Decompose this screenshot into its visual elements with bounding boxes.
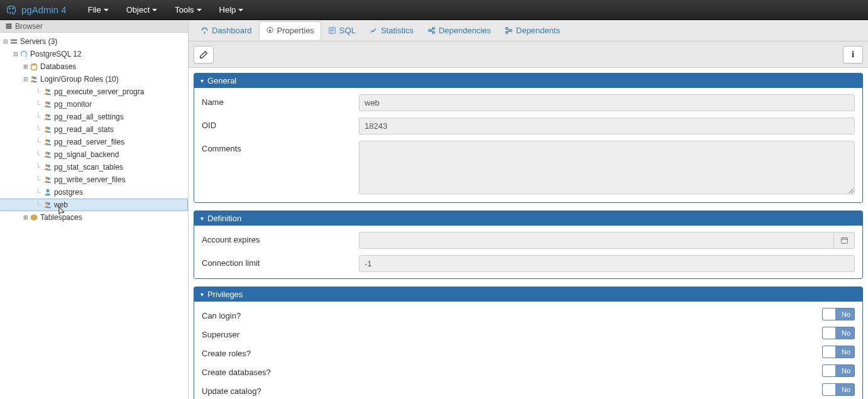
tab-dependents[interactable]: Dependents: [498, 21, 567, 40]
group-role-icon: [43, 163, 53, 172]
content-area: Dashboard Properties SQL Statistics Depe…: [189, 20, 868, 399]
browser-header: Browser: [0, 20, 188, 33]
edit-button[interactable]: [194, 46, 214, 63]
app-logo: pgAdmin 4: [5, 4, 67, 16]
panel-header-privileges[interactable]: ▾Privileges: [194, 287, 862, 302]
tree-role-pg_signal_backend[interactable]: └pg_signal_backend: [0, 148, 188, 161]
properties-toolbar: i: [189, 41, 868, 68]
group-role-icon: [43, 175, 53, 184]
tree-role-label: pg_signal_backend: [54, 150, 119, 159]
group-role-icon: [43, 125, 53, 134]
caret-down-icon: [152, 9, 157, 11]
stats-icon: [370, 26, 378, 35]
servers-icon: [9, 37, 19, 46]
svg-point-4: [31, 63, 37, 66]
tab-statistics[interactable]: Statistics: [363, 21, 420, 40]
svg-point-32: [506, 28, 508, 30]
tree-role-label: pg_stat_scan_tables: [54, 163, 123, 172]
svg-rect-2: [11, 40, 18, 41]
tree-roles[interactable]: ⊟ Login/Group Roles (10): [0, 73, 188, 85]
chevron-down-icon: ▾: [201, 291, 204, 298]
tab-properties[interactable]: Properties: [259, 21, 321, 40]
panel-header-definition[interactable]: ▾Definition: [194, 211, 862, 226]
object-tree[interactable]: ⊟ Servers (3) ⊟ PostgreSQL 12 ⊞ Database…: [0, 33, 188, 399]
label-catalog: Update catalog?: [202, 383, 359, 396]
input-oid[interactable]: [359, 118, 855, 134]
svg-point-30: [432, 31, 434, 33]
tree-role-pg_write_server_files[interactable]: └pg_write_server_files: [0, 173, 188, 186]
tree-role-pg_read_server_files[interactable]: └pg_read_server_files: [0, 136, 188, 148]
collapse-icon[interactable]: ⊟: [13, 51, 19, 57]
tree-role-pg_monitor[interactable]: └pg_monitor: [0, 98, 188, 111]
svg-point-1: [13, 8, 14, 9]
calendar-button[interactable]: [834, 232, 855, 249]
caret-down-icon: [238, 9, 243, 11]
svg-point-18: [48, 152, 50, 155]
tab-sql[interactable]: SQL: [321, 21, 363, 40]
tab-dashboard[interactable]: Dashboard: [194, 21, 259, 40]
toggle-super[interactable]: No: [822, 327, 855, 339]
tree-role-postgres[interactable]: └postgres: [0, 186, 188, 199]
expand-icon[interactable]: ⊞: [23, 63, 29, 70]
tree-role-label: postgres: [54, 188, 83, 197]
calendar-icon: [840, 236, 849, 244]
label-login: Can login?: [202, 308, 359, 320]
label-createrole: Create roles?: [202, 346, 359, 358]
content-tabs: Dashboard Properties SQL Statistics Depe…: [189, 20, 868, 41]
label-oid: OID: [202, 118, 359, 130]
svg-point-14: [48, 127, 50, 129]
browser-icon: [5, 23, 13, 30]
svg-point-12: [48, 114, 50, 117]
tree-role-pg_read_all_settings[interactable]: └pg_read_all_settings: [0, 111, 188, 123]
group-role-icon: [43, 112, 53, 121]
tree-servers[interactable]: ⊟ Servers (3): [0, 35, 188, 48]
properties-scroll[interactable]: ▾General Name OID Comments ▾Definition A…: [189, 68, 868, 399]
tab-dependencies[interactable]: Dependencies: [420, 21, 498, 40]
elephant-icon: [5, 4, 18, 16]
sql-icon: [328, 26, 336, 35]
menu-tools[interactable]: Tools: [166, 0, 210, 20]
caret-down-icon: [197, 9, 202, 11]
svg-point-0: [9, 8, 11, 9]
toggle-login[interactable]: No: [822, 308, 855, 320]
tree-role-web[interactable]: └web: [0, 199, 188, 211]
svg-rect-34: [841, 238, 847, 243]
group-role-icon: [43, 87, 53, 96]
expand-icon[interactable]: ⊞: [23, 214, 29, 221]
tree-role-pg_execute_server_progra[interactable]: └pg_execute_server_progra: [0, 85, 188, 98]
svg-point-33: [506, 31, 508, 33]
collapse-icon[interactable]: ⊟: [23, 76, 29, 82]
tree-databases[interactable]: ⊞ Databases: [0, 60, 188, 73]
toggle-createdb[interactable]: No: [822, 364, 855, 377]
browser-panel: Browser ⊟ Servers (3) ⊟ PostgreSQL 12 ⊞ …: [0, 20, 189, 399]
label-comments: Comments: [202, 141, 359, 153]
tree-server-pg12[interactable]: ⊟ PostgreSQL 12: [0, 48, 188, 60]
svg-point-25: [48, 202, 50, 205]
group-role-icon: [43, 100, 53, 109]
collapse-icon[interactable]: ⊟: [3, 38, 9, 45]
svg-point-26: [268, 30, 270, 31]
menu-object[interactable]: Object: [118, 0, 167, 20]
toggle-createrole[interactable]: No: [822, 346, 855, 358]
input-expires[interactable]: [359, 232, 834, 249]
input-connlimit[interactable]: [359, 255, 855, 272]
tree-role-label: pg_execute_server_progra: [54, 87, 144, 96]
menu-help[interactable]: Help: [211, 0, 253, 20]
toggle-catalog[interactable]: No: [822, 383, 855, 396]
input-comments[interactable]: [359, 141, 855, 194]
info-button[interactable]: i: [843, 46, 863, 63]
properties-icon: [266, 26, 274, 35]
tree-role-pg_stat_scan_tables[interactable]: └pg_stat_scan_tables: [0, 161, 188, 173]
tree-tablespaces[interactable]: ⊞ Tablespaces: [0, 211, 188, 224]
label-expires: Account expires: [202, 232, 359, 244]
tree-role-pg_read_all_stats[interactable]: └pg_read_all_stats: [0, 123, 188, 136]
panel-header-general[interactable]: ▾General: [194, 74, 862, 88]
input-name[interactable]: [359, 94, 855, 111]
chevron-down-icon: ▾: [201, 77, 204, 84]
panel-privileges: ▾Privileges Can login?No SuperuserNo Cre…: [194, 287, 863, 399]
svg-point-29: [432, 28, 434, 30]
menu-file[interactable]: File: [79, 0, 118, 20]
database-icon: [29, 62, 39, 71]
dependents-icon: [505, 26, 513, 35]
svg-point-28: [429, 30, 431, 31]
